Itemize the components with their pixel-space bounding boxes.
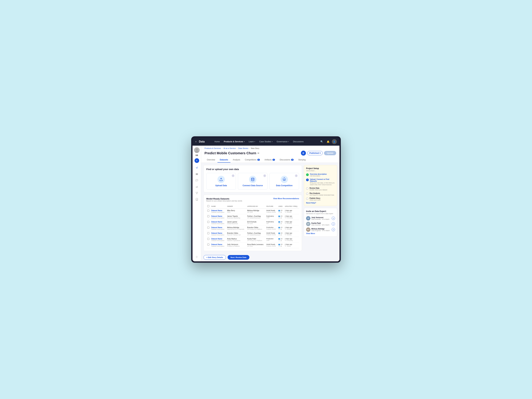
logo-text: Data xyxy=(199,140,205,143)
setup-step-3: Run Analysis Get Report or Newly Generat… xyxy=(306,192,335,196)
dataset-name-link[interactable]: Dataset Name xyxy=(211,210,225,211)
connect-data-icon xyxy=(249,176,256,183)
breadcrumb-products[interactable]: Products & Services xyxy=(204,147,221,149)
used-docs: 📄2 xyxy=(278,234,283,236)
connect-data-card[interactable]: i Connect Data Source xyxy=(238,173,267,190)
updated-date: 2 days ago xyxy=(285,238,298,240)
expert-item-1: KP Kavita Patel Data Scientist · 92% Mat… xyxy=(306,222,335,226)
dataset-name-link[interactable]: Dataset Name xyxy=(211,227,225,228)
dataset-name-link[interactable]: Dataset Name xyxy=(211,232,225,234)
owner-name: Melissa Aldridge xyxy=(227,227,245,228)
upload-data-card[interactable]: i Upload Data xyxy=(206,173,236,190)
used-people: 👥23 xyxy=(278,232,283,234)
expert-add-button-0[interactable]: + xyxy=(332,217,335,220)
expert-add-button-1[interactable]: + xyxy=(332,222,335,226)
nav-case-studies[interactable]: Case Studies▾ xyxy=(257,138,274,146)
edit-pencil-icon[interactable]: ✏ xyxy=(258,152,259,154)
hamburger-icon[interactable]: ≡ xyxy=(195,140,196,143)
row-checkbox-4[interactable] xyxy=(207,232,209,234)
dataset-section: Model-Ready Datasets Based on your proje… xyxy=(203,195,302,251)
expert-name: Kavita Patel xyxy=(311,222,331,224)
chevron-icon: ▾ xyxy=(320,152,321,154)
nav-governance[interactable]: Governance▾ xyxy=(275,138,291,146)
sidebar-item-book[interactable] xyxy=(194,196,200,202)
data-competition-card[interactable]: i Data Competition xyxy=(270,173,299,190)
collab-icon[interactable] xyxy=(301,151,306,156)
expert-avatar-1: KP xyxy=(306,222,310,226)
dataset-name-link[interactable]: Dataset Name xyxy=(211,221,225,223)
expert-item-2: MA Melissa Aldridge Data Engineer · 87% … xyxy=(306,228,335,232)
col-approved: APPROVED BY xyxy=(246,204,265,209)
dataset-name-link[interactable]: Dataset Name xyxy=(211,238,225,240)
nav-products[interactable]: Products & Services▾ xyxy=(222,138,247,146)
col-updated: UPDATED / FREQ xyxy=(284,204,299,209)
view-more-experts[interactable]: View More xyxy=(306,232,335,234)
row-checkbox-2[interactable] xyxy=(207,221,209,223)
breadcrumb-ai[interactable]: Ai as a Service xyxy=(223,147,236,149)
sidebar-item-feather[interactable] xyxy=(194,165,200,171)
sidebar-item-layers[interactable] xyxy=(194,171,200,177)
sidebar-item-crown[interactable] xyxy=(194,184,200,190)
tab-analysis[interactable]: Analysis xyxy=(230,157,243,163)
row-checkbox-6[interactable] xyxy=(207,244,209,246)
add-button[interactable]: + xyxy=(195,158,199,163)
approved-role: VP Product & Platform xyxy=(247,228,264,230)
dataset-desc: Dataset Description xyxy=(211,234,225,236)
row-checkbox-3[interactable] xyxy=(207,227,209,228)
next-review-button[interactable]: Next: Review Data xyxy=(228,255,249,260)
owner-name: Brandon Gibbs xyxy=(227,232,245,234)
updated-date: 2 days ago xyxy=(285,227,298,228)
select-all-checkbox[interactable] xyxy=(207,205,209,207)
breadcrumb-stories[interactable]: Data Stories xyxy=(238,147,248,149)
dataset-name-link[interactable]: Dataset Name xyxy=(211,215,225,217)
feature-type: Production xyxy=(266,238,276,240)
view-more-link[interactable]: View More Recommendations xyxy=(273,197,299,200)
row-checkbox-5[interactable] xyxy=(207,238,209,240)
used-cell: 👥23 📄2 xyxy=(278,232,283,236)
used-people: 👥23 xyxy=(278,244,283,245)
sidebar-avatar xyxy=(194,147,200,153)
row-checkbox-0[interactable] xyxy=(207,210,209,212)
settings-icon[interactable] xyxy=(194,254,200,260)
published-button[interactable]: Published ▾ xyxy=(307,151,323,155)
updated-date: 2 days ago xyxy=(285,244,298,245)
dataset-name-link[interactable]: Dataset Name xyxy=(211,244,225,245)
tab-datasets[interactable]: Datasets xyxy=(217,157,230,163)
expert-name: Jody Venturoni xyxy=(311,217,331,218)
update-button[interactable]: Update xyxy=(324,151,336,155)
feature-sub: Feature Score xyxy=(266,211,276,213)
approved-role: VP CDO xyxy=(247,245,264,247)
nav-discussions[interactable]: Discussions xyxy=(291,138,306,146)
row-checkbox-1[interactable] xyxy=(207,215,209,217)
tab-storylog[interactable]: Storylog xyxy=(296,157,308,163)
updated-freq: ↻ Weekly xyxy=(285,211,298,213)
edit-story-button[interactable]: + Edit Story Details xyxy=(203,255,226,260)
nav-home[interactable]: Home xyxy=(212,138,222,146)
feature-type: Production xyxy=(266,227,276,228)
tab-artifacts[interactable]: Artifacts 1 xyxy=(262,157,277,163)
tab-competitions[interactable]: Competitions 2 xyxy=(243,157,262,163)
expert-meta: Data Scientist · 92% Match xyxy=(311,224,331,226)
nav-learn[interactable]: Learn▾ xyxy=(247,138,257,146)
owner-role: Product & Platform xyxy=(227,245,245,247)
used-people: 👥23 xyxy=(278,221,283,223)
user-avatar[interactable]: 👤 xyxy=(332,139,337,144)
need-help-link[interactable]: Need Help? xyxy=(306,202,335,204)
sidebar-item-chat[interactable] xyxy=(194,177,200,183)
feature-type: Model Ready xyxy=(266,210,276,211)
dataset-desc: Dataset Description xyxy=(211,223,225,224)
approved-role: VP Global Business xyxy=(247,234,264,236)
expert-add-button-2[interactable]: + xyxy=(332,228,335,231)
search-icon[interactable]: 🔍 xyxy=(319,139,324,144)
step-content-4: Publish Story Share your work xyxy=(310,197,321,201)
updated-date: 2 days ago xyxy=(285,210,298,211)
owner-name: Andy Markus xyxy=(227,238,245,240)
approved-name: Kavita Patel xyxy=(247,238,264,240)
tab-overview[interactable]: Overview xyxy=(204,157,217,163)
tab-discussions[interactable]: Discussions 3 xyxy=(277,157,296,163)
bell-icon[interactable]: 🔔 xyxy=(325,139,330,144)
sidebar-item-fork[interactable] xyxy=(194,190,200,196)
right-panel: Project Setup Almost there ... ✓ Overvie… xyxy=(304,165,337,251)
setup-step-0: ✓ Overview description Add description xyxy=(306,173,335,177)
step-label[interactable]: Upload, Connect or Find Datasets xyxy=(310,178,335,182)
